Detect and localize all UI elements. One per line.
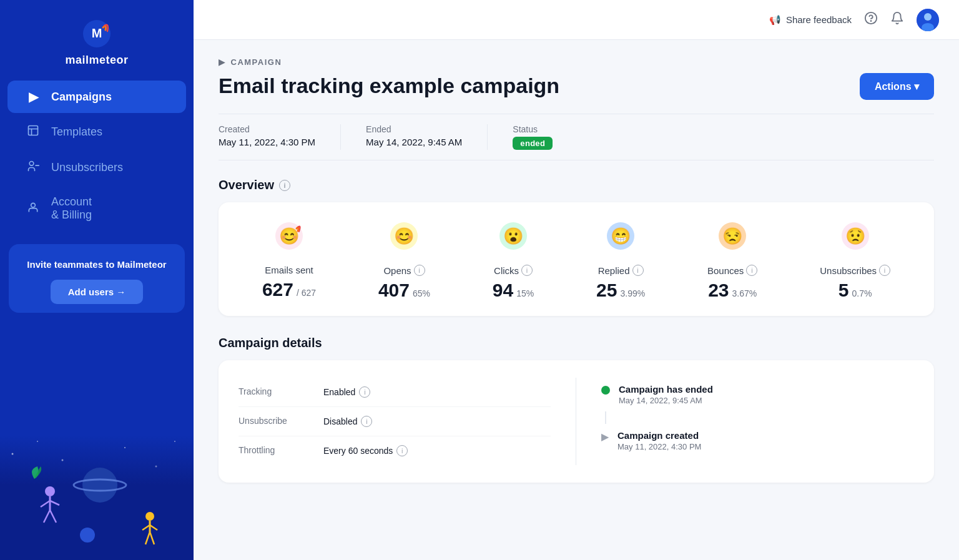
svg-point-7 xyxy=(31,203,36,207)
timeline-ended-text: Campaign has ended May 14, 2022, 9:45 AM xyxy=(619,384,713,405)
detail-throttling: Throttling Every 60 seconds i xyxy=(239,436,551,465)
sidebar-item-account-billing[interactable]: Account& Billing xyxy=(7,187,186,230)
svg-point-9 xyxy=(37,441,38,442)
svg-point-28 xyxy=(80,528,95,543)
unsubscribes-info-icon[interactable]: i xyxy=(879,265,890,276)
details-section-title: Campaign details xyxy=(219,336,934,350)
help-icon[interactable] xyxy=(864,11,878,28)
bounces-sub: 3.67% xyxy=(732,288,757,298)
stat-bounces: 😒 Bounces i 23 3.67% xyxy=(707,220,757,301)
logo-icon: M xyxy=(81,17,113,50)
detail-throttling-key: Throttling xyxy=(239,445,313,455)
bounces-info-icon[interactable]: i xyxy=(746,265,757,276)
bounces-label: Bounces i xyxy=(707,265,757,276)
svg-line-20 xyxy=(44,510,50,523)
stat-unsubscribes: 😟 Unsubscribes i 5 0.7% xyxy=(820,220,890,301)
svg-point-10 xyxy=(62,459,64,461)
svg-point-22 xyxy=(145,512,154,521)
overview-info-icon[interactable]: i xyxy=(279,180,290,191)
clicks-emoji: 😮 xyxy=(497,220,529,258)
meta-ended-label: Ended xyxy=(366,124,462,134)
campaigns-icon: ▶ xyxy=(25,89,41,104)
timeline-ended-label: Campaign has ended xyxy=(619,384,713,395)
tracking-info-icon[interactable]: i xyxy=(359,386,370,398)
stat-opens: 😊 Opens i 407 65% xyxy=(378,220,430,301)
emails-sent-label: Emails sent xyxy=(265,265,313,275)
opens-emoji: 😊 xyxy=(388,220,420,258)
emails-sent-main: 627 xyxy=(262,279,293,300)
detail-tracking: Tracking Enabled i xyxy=(239,378,551,407)
avatar[interactable] xyxy=(917,9,939,31)
timeline-created-text: Campaign created May 11, 2022, 4:30 PM xyxy=(617,430,701,451)
sidebar-item-campaigns[interactable]: ▶ Campaigns xyxy=(7,81,186,113)
svg-text:😟: 😟 xyxy=(845,226,866,246)
svg-line-24 xyxy=(142,525,150,530)
throttling-info-icon[interactable]: i xyxy=(396,445,408,456)
svg-point-13 xyxy=(174,441,175,442)
clicks-sub: 15% xyxy=(516,288,534,298)
svg-line-27 xyxy=(150,532,154,544)
replied-info-icon[interactable]: i xyxy=(632,265,644,276)
clicks-label: Clicks i xyxy=(494,265,533,276)
replied-label: Replied i xyxy=(598,265,644,276)
svg-point-14 xyxy=(82,468,117,503)
details-right: Campaign has ended May 14, 2022, 9:45 AM… xyxy=(576,378,914,465)
notification-bell-icon[interactable] xyxy=(890,11,904,28)
clicks-info-icon[interactable]: i xyxy=(521,265,533,276)
timeline-created-date: May 11, 2022, 4:30 PM xyxy=(617,442,701,451)
add-users-button[interactable]: Add users → xyxy=(51,280,144,304)
invite-title: Invite teammates to Mailmeteor xyxy=(21,258,172,271)
sidebar-item-unsubscribers[interactable]: Unsubscribers xyxy=(7,151,186,184)
breadcrumb: ▶ CAMPAIGN xyxy=(219,57,934,67)
svg-text:😁: 😁 xyxy=(611,226,631,246)
opens-sub: 65% xyxy=(413,288,430,298)
sidebar-item-templates[interactable]: Templates xyxy=(7,115,186,149)
unsubscribes-emoji: 😟 xyxy=(839,220,872,258)
svg-line-18 xyxy=(41,501,50,507)
replied-value-row: 25 3.99% xyxy=(596,280,645,301)
feedback-label: Share feedback xyxy=(786,14,852,25)
details-title-text: Campaign details xyxy=(219,336,322,350)
svg-text:😮: 😮 xyxy=(503,226,524,246)
page-content: ▶ CAMPAIGN Email tracking example campai… xyxy=(194,40,959,508)
replied-main: 25 xyxy=(596,280,617,301)
templates-icon xyxy=(25,124,41,140)
sidebar-item-templates-label: Templates xyxy=(51,125,102,139)
opens-info-icon[interactable]: i xyxy=(414,265,425,276)
timeline-item-ended: Campaign has ended May 14, 2022, 9:45 AM xyxy=(601,378,914,411)
bounces-main: 23 xyxy=(708,280,729,301)
unsubscribes-main: 5 xyxy=(839,280,849,301)
feedback-button[interactable]: 📢 Share feedback xyxy=(769,14,852,26)
detail-tracking-val: Enabled i xyxy=(323,386,370,398)
unsubscribes-sub: 0.7% xyxy=(852,288,872,298)
timeline-connector xyxy=(605,411,606,424)
meta-status: Status ended xyxy=(513,124,578,150)
page-header: Email tracking example campaign Actions … xyxy=(219,73,934,100)
meta-row: Created May 11, 2022, 4:30 PM Ended May … xyxy=(219,114,934,160)
svg-point-11 xyxy=(124,447,125,448)
sidebar-nav: ▶ Campaigns Templates Unsubscribers Acco… xyxy=(0,78,194,233)
details-left: Tracking Enabled i Unsubscribe Disabled … xyxy=(239,378,576,465)
svg-point-16 xyxy=(45,486,55,496)
status-badge-text: ended xyxy=(513,137,553,150)
svg-point-8 xyxy=(12,453,14,455)
logo-area: M mailmeteor xyxy=(0,0,194,78)
svg-rect-2 xyxy=(29,126,38,135)
timeline-ended-date: May 14, 2022, 9:45 AM xyxy=(619,396,713,405)
svg-point-32 xyxy=(924,13,932,21)
svg-point-12 xyxy=(155,466,157,468)
logo-text: mailmeteor xyxy=(65,54,128,67)
detail-unsubscribe: Unsubscribe Disabled i xyxy=(239,407,551,436)
status-badge: ended xyxy=(513,137,553,150)
sidebar-item-campaigns-label: Campaigns xyxy=(51,91,112,104)
meta-ended-value: May 14, 2022, 9:45 AM xyxy=(366,137,462,147)
bounces-value-row: 23 3.67% xyxy=(708,280,757,301)
sidebar-item-account-label: Account& Billing xyxy=(51,195,92,222)
unsubscribe-info-icon[interactable]: i xyxy=(361,416,372,427)
breadcrumb-label: CAMPAIGN xyxy=(231,57,282,67)
opens-value-row: 407 65% xyxy=(378,280,430,301)
emails-sent-value-row: 627 / 627 xyxy=(262,279,316,300)
detail-unsubscribe-key: Unsubscribe xyxy=(239,416,313,426)
detail-unsubscribe-val: Disabled i xyxy=(323,416,372,427)
actions-button[interactable]: Actions ▾ xyxy=(860,73,934,100)
